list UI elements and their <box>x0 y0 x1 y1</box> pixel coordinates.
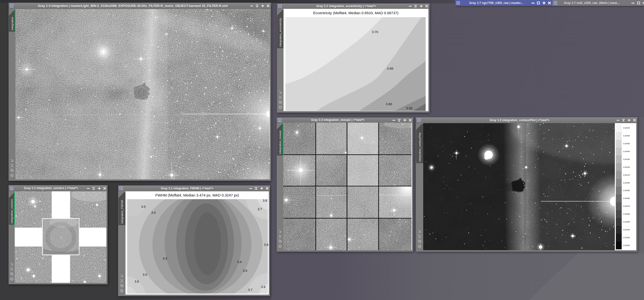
svg-text:0.00395: 0.00395 <box>623 189 630 192</box>
svg-text:0.00465: 0.00465 <box>623 135 630 137</box>
svg-text:3.4: 3.4 <box>151 211 156 214</box>
svg-text:0.65: 0.65 <box>387 67 393 70</box>
svg-text:3.5: 3.5 <box>141 205 146 208</box>
svg-text:0.00415: 0.00415 <box>623 174 630 176</box>
svg-text:3.7: 3.7 <box>258 207 262 211</box>
svg-text:0.70: 0.70 <box>372 30 378 34</box>
svg-text:0.00325: 0.00325 <box>623 244 630 246</box>
svg-text:3.5: 3.5 <box>142 273 147 276</box>
svg-text:3.8: 3.8 <box>263 199 267 202</box>
svg-text:0.00445: 0.00445 <box>623 150 630 153</box>
svg-text:FWHM (Moffat4, Median 3.474 px: FWHM (Moffat4, Median 3.474 px, MAD 0.32… <box>155 193 239 197</box>
svg-text:0.00455: 0.00455 <box>623 143 630 145</box>
svg-text:0.00435: 0.00435 <box>623 158 630 160</box>
svg-text:0.00345: 0.00345 <box>623 229 630 231</box>
svg-text:3.5: 3.5 <box>243 269 247 272</box>
svg-text:0.55: 0.55 <box>406 106 412 110</box>
svg-text:0.00375: 0.00375 <box>623 205 630 207</box>
svg-text:3.3: 3.3 <box>163 256 167 260</box>
svg-text:0.00475: 0.00475 <box>623 127 630 129</box>
svg-text:3.4: 3.4 <box>237 260 242 264</box>
svg-text:0.00355: 0.00355 <box>623 221 630 223</box>
svg-text:3.8: 3.8 <box>261 285 266 289</box>
svg-text:Eccentricity (Moffat4, Median: Eccentricity (Moffat4, Median 0.6533, MA… <box>313 11 398 15</box>
svg-text:3.6: 3.6 <box>134 280 139 283</box>
svg-text:0.60: 0.60 <box>386 102 392 106</box>
svg-text:0.00365: 0.00365 <box>623 213 630 215</box>
svg-text:3.6: 3.6 <box>264 243 268 246</box>
svg-text:0.00335: 0.00335 <box>623 236 630 239</box>
svg-text:0.00385: 0.00385 <box>623 197 630 199</box>
svg-text:0.00405: 0.00405 <box>623 182 630 184</box>
svg-text:0.00425: 0.00425 <box>623 166 630 168</box>
svg-text:3.7: 3.7 <box>248 288 252 292</box>
